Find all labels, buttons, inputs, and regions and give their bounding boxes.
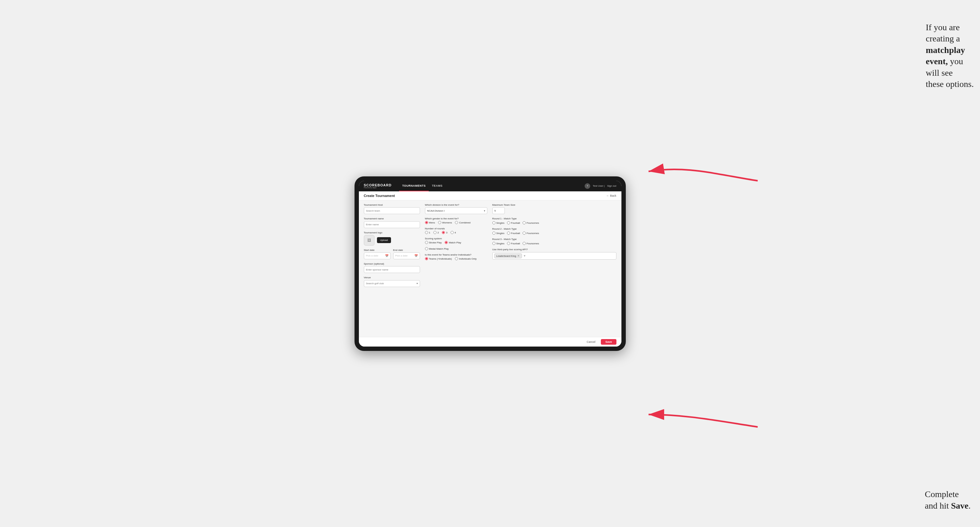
gender-womens[interactable]: Womens bbox=[438, 221, 452, 224]
scoring-group: Scoring system Stroke Play Match Play bbox=[425, 237, 487, 250]
back-chevron: ← bbox=[606, 194, 609, 197]
leaderboard-king-label: Leaderboard King bbox=[496, 255, 516, 257]
max-team-size-group: Maximum Team Size 5 bbox=[492, 203, 616, 214]
gender-label: Which gender is the event for? bbox=[425, 217, 487, 220]
round3-match-type-group: Round 3 - Match Type Singles Fourball bbox=[492, 238, 616, 245]
round2-foursomes[interactable]: Foursomes bbox=[523, 232, 539, 235]
round-3[interactable]: 3 bbox=[442, 231, 447, 234]
round2-singles-label: Singles bbox=[496, 232, 504, 235]
scoring-match[interactable]: Match Play bbox=[445, 241, 461, 244]
form-body: Tournament Host Tournament name Tourname… bbox=[359, 200, 621, 293]
leaderboard-king-tag: Leaderboard King ✕ bbox=[494, 253, 522, 258]
start-date-label: Start date bbox=[364, 249, 391, 251]
round1-foursomes-label: Foursomes bbox=[527, 222, 539, 224]
back-button[interactable]: ← Back bbox=[606, 194, 616, 197]
calendar-icon: 📅 bbox=[385, 254, 388, 257]
sign-out-link[interactable]: Sign out bbox=[607, 184, 616, 187]
back-label: Back bbox=[610, 194, 616, 197]
sponsor-input[interactable] bbox=[364, 266, 420, 273]
app-logo-sub: Powered by clippit bbox=[364, 187, 391, 189]
annotation-bold-matchplay: matchplayevent, bbox=[926, 45, 965, 66]
annotation-bold-save: Save bbox=[951, 501, 969, 511]
cancel-button[interactable]: Cancel bbox=[583, 339, 598, 345]
round2-match-type-group: Round 2 - Match Type Singles Fourball bbox=[492, 227, 616, 235]
venue-chevron-icon: ▼ bbox=[416, 283, 418, 284]
gender-mens[interactable]: Mens bbox=[425, 221, 435, 224]
round-4-label: 4 bbox=[455, 231, 456, 234]
round3-singles[interactable]: Singles bbox=[492, 242, 504, 245]
scoring-label: Scoring system bbox=[425, 237, 487, 240]
content-area: Create Tournament ← Back Tournament Host… bbox=[359, 191, 621, 337]
upload-button[interactable]: Upload bbox=[377, 237, 391, 243]
tournament-host-input[interactable] bbox=[364, 207, 420, 214]
tournament-name-input[interactable] bbox=[364, 221, 420, 228]
venue-input[interactable] bbox=[364, 280, 420, 287]
venue-wrapper: ▼ bbox=[364, 280, 420, 287]
image-icon: 🖼 bbox=[367, 238, 371, 243]
individuals-option[interactable]: Individuals Only bbox=[455, 257, 476, 260]
sponsor-label: Sponsor (optional) bbox=[364, 262, 420, 265]
scoring-match-label: Match Play bbox=[449, 241, 461, 244]
third-party-group: Use third-party live scoring API? Leader… bbox=[492, 248, 616, 260]
individuals-option-label: Individuals Only bbox=[459, 257, 476, 260]
gender-combined[interactable]: Combined bbox=[455, 221, 470, 224]
round3-fourball[interactable]: Fourball bbox=[507, 242, 520, 245]
tournament-host-label: Tournament Host bbox=[364, 203, 420, 206]
round2-match-type-row: Singles Fourball Foursomes bbox=[492, 232, 616, 235]
round3-singles-label: Singles bbox=[496, 242, 504, 245]
scoring-medal-label: Medal Match Play bbox=[429, 248, 449, 250]
teams-option[interactable]: Teams (+Individuals) bbox=[425, 257, 452, 260]
round1-match-type-group: Round 1 - Match Type Singles Fourball bbox=[492, 217, 616, 224]
scoring-stroke[interactable]: Stroke Play bbox=[425, 241, 442, 244]
round-1[interactable]: 1 bbox=[425, 231, 430, 234]
start-date-placeholder: Pick a date bbox=[366, 254, 379, 257]
user-label: Test User | bbox=[593, 184, 605, 187]
tag-close-icon[interactable]: ✕ bbox=[517, 254, 520, 257]
tournament-logo-label: Tournament logo bbox=[364, 231, 420, 234]
nav-teams[interactable]: TEAMS bbox=[429, 181, 445, 191]
round3-fourball-label: Fourball bbox=[511, 242, 520, 245]
gender-mens-label: Mens bbox=[429, 221, 435, 224]
tournament-name-group: Tournament name bbox=[364, 217, 420, 228]
app-logo: SCOREBOARD bbox=[364, 184, 391, 187]
nav-tournaments[interactable]: TOURNAMENTS bbox=[399, 181, 429, 191]
start-date-input[interactable]: Pick a date 📅 bbox=[364, 252, 391, 259]
round2-fourball-label: Fourball bbox=[511, 232, 520, 235]
third-party-tag-container: Leaderboard King ✕ ▼ bbox=[492, 252, 616, 260]
division-select[interactable]: NCAA Division I bbox=[425, 207, 487, 214]
logo-area: SCOREBOARD Powered by clippit bbox=[364, 184, 391, 189]
tournament-name-label: Tournament name bbox=[364, 217, 420, 220]
logo-placeholder: 🖼 bbox=[364, 235, 374, 246]
round3-match-type-row: Singles Fourball Foursomes bbox=[492, 242, 616, 245]
tournament-host-group: Tournament Host bbox=[364, 203, 420, 214]
round3-label: Round 3 - Match Type bbox=[492, 238, 616, 241]
round1-foursomes[interactable]: Foursomes bbox=[523, 221, 539, 224]
scoring-radio-group: Stroke Play Match Play Medal Match Play bbox=[425, 241, 487, 250]
max-team-size-input[interactable]: 5 bbox=[492, 207, 505, 214]
end-date-input[interactable]: Pick a date 📅 bbox=[393, 252, 420, 259]
scoring-medal[interactable]: Medal Match Play bbox=[425, 247, 449, 250]
tournament-logo-group: Tournament logo 🖼 Upload bbox=[364, 231, 420, 246]
rounds-radio-group: 1 2 3 4 bbox=[425, 231, 487, 234]
round1-fourball[interactable]: Fourball bbox=[507, 221, 520, 224]
round3-foursomes[interactable]: Foursomes bbox=[523, 242, 539, 245]
tablet-frame: SCOREBOARD Powered by clippit TOURNAMENT… bbox=[355, 176, 626, 351]
tablet-screen: SCOREBOARD Powered by clippit TOURNAMENT… bbox=[359, 181, 621, 346]
gender-group: Which gender is the event for? Mens Wome… bbox=[425, 217, 487, 224]
round-2[interactable]: 2 bbox=[433, 231, 439, 234]
round-4[interactable]: 4 bbox=[450, 231, 456, 234]
round2-singles[interactable]: Singles bbox=[492, 232, 504, 235]
round-3-label: 3 bbox=[446, 231, 447, 234]
third-party-label: Use third-party live scoring API? bbox=[492, 248, 616, 251]
gender-radio-group: Mens Womens Combined bbox=[425, 221, 487, 224]
division-select-wrapper: NCAA Division I ▼ bbox=[425, 207, 487, 214]
round1-singles[interactable]: Singles bbox=[492, 221, 504, 224]
save-button[interactable]: Save bbox=[601, 339, 616, 345]
venue-group: Venue ▼ bbox=[364, 276, 420, 287]
form-col-mid: Which division is the event for? NCAA Di… bbox=[425, 203, 487, 290]
round2-fourball[interactable]: Fourball bbox=[507, 232, 520, 235]
annotation-top-right: If you arecreating amatchplayevent, youw… bbox=[926, 22, 974, 90]
teams-option-label: Teams (+Individuals) bbox=[429, 257, 452, 260]
teams-group: Is this event for Teams and/or Individua… bbox=[425, 253, 487, 260]
app-header: SCOREBOARD Powered by clippit TOURNAMENT… bbox=[359, 181, 621, 191]
